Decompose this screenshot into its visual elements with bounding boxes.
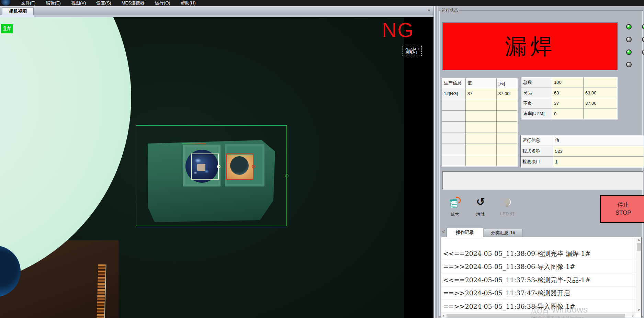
roi-defect-frame <box>226 154 253 180</box>
menu-view[interactable]: 视图(V) <box>66 0 91 6</box>
stop-label-cn: 停止 <box>618 201 629 209</box>
table-cell-empty <box>497 133 517 144</box>
panel-splitter[interactable] <box>433 6 438 318</box>
table-cell-empty <box>466 122 496 132</box>
panel-title: 运行状态 <box>441 8 459 13</box>
tab-scroll-left-icon[interactable]: ◁ <box>441 229 446 234</box>
roi-die-frame-notch <box>217 165 221 168</box>
table-cell-empty <box>466 155 496 166</box>
stop-label-en: STOP <box>615 209 631 217</box>
app-logo-icon[interactable] <box>1 0 11 6</box>
led-light-label: LED 灯 <box>500 211 515 217</box>
station-badge: 1# <box>1 24 13 33</box>
column-header: [%] <box>497 78 517 88</box>
windows-activation-watermark: 激活 Windows <box>531 304 588 316</box>
chevron-down-icon[interactable]: ▼ <box>426 8 432 13</box>
table-cell: 程式名称 <box>521 146 553 156</box>
table-cell: 63 <box>552 88 583 98</box>
menu-items: 文件(F) 编辑(E) 视图(V) 设置(S) MES连接器 运行(O) 帮助(… <box>16 0 201 6</box>
table-cell-empty <box>466 144 496 155</box>
led-light-button[interactable]: LED 灯 <box>497 197 518 220</box>
clear-button[interactable]: ↺ 清除 <box>471 197 490 220</box>
stop-button[interactable]: 停止 STOP <box>600 195 644 223</box>
table-cell: 1 <box>553 157 644 167</box>
log-entry[interactable]: ==>>2024-05-05_11:38:06-导入图像-1# <box>441 260 638 273</box>
menu-edit[interactable]: 编辑(E) <box>41 0 66 6</box>
production-info-table: 生产信息 值 [%] 1#[NG] 37 37.00 <box>442 78 517 166</box>
table-cell: 37 <box>466 88 496 99</box>
login-label: 登录 <box>450 211 459 217</box>
login-button[interactable]: 登录 <box>445 197 464 220</box>
status-banner: 漏焊 <box>442 22 618 70</box>
led-indicator-left-3 <box>626 49 632 55</box>
table-cell-empty <box>466 99 496 110</box>
log-entry[interactable]: <<==2024-05-05_11:38:09-检测完毕-漏焊-1# <box>441 247 638 260</box>
menu-run[interactable]: 运行(O) <box>150 0 176 6</box>
menu-mes-connector[interactable]: MES连接器 <box>116 0 150 6</box>
table-cell: 523 <box>553 146 644 156</box>
log-column-divider <box>634 237 634 313</box>
table-cell-empty <box>584 109 617 119</box>
column-header: 生产信息 <box>442 78 465 88</box>
tab-classification-summary[interactable]: 分类汇总-1# <box>484 229 522 237</box>
table-cell-empty <box>497 144 517 155</box>
roi-die-frame <box>191 154 219 180</box>
led-indicator-left-1 <box>626 24 632 30</box>
table-cell: 检测项目 <box>521 157 553 167</box>
table-cell-empty <box>497 111 517 121</box>
table-cell: 不良 <box>521 98 552 109</box>
tab-camera-view[interactable]: 相机视图 <box>2 7 34 15</box>
led-indicator-left-2 <box>626 37 632 42</box>
table-cell-empty <box>442 133 465 144</box>
roi-detection-frame-notch <box>285 174 289 178</box>
statistics-table: 总数 100 良品 63 63.00 不良 37 37.00 速率[UPM] 0 <box>521 77 617 119</box>
menu-settings[interactable]: 设置(S) <box>91 0 116 6</box>
table-cell: 63.00 <box>584 88 617 98</box>
table-cell-empty <box>442 122 465 132</box>
camera-view[interactable]: 1# NG 漏焊 <box>0 17 433 318</box>
app-window: 文件(F) 编辑(E) 视图(V) 设置(S) MES连接器 运行(O) 帮助(… <box>0 0 644 318</box>
camera-black-margin <box>404 17 433 318</box>
table-cell-empty <box>497 155 517 166</box>
table-cell-empty <box>442 155 465 166</box>
table-cell-empty <box>466 111 496 121</box>
menu-bar: 文件(F) 编辑(E) 视图(V) 设置(S) MES连接器 运行(O) 帮助(… <box>0 0 644 6</box>
table-cell: 37 <box>552 98 583 109</box>
menu-help[interactable]: 帮助(H) <box>176 0 201 6</box>
run-status-panel: 运行状态 漏焊 生产信息 值 [%] 1#[NG] 37 37.00 <box>438 6 644 318</box>
camera-copper-traces <box>96 264 106 318</box>
defect-label-tag: 漏焊 <box>403 46 422 56</box>
camera-tab-strip: 相机视图 ▼ <box>0 6 433 15</box>
column-header: 值 <box>466 78 496 88</box>
scroll-left-icon[interactable]: ‹ <box>441 313 446 318</box>
table-cell: 速率[UPM] <box>521 109 552 119</box>
scroll-up-icon[interactable]: ∧ <box>636 237 642 242</box>
column-header: 运行信息 <box>521 135 553 146</box>
table-cell: 0 <box>552 109 583 119</box>
table-cell <box>584 77 617 88</box>
bulb-shape <box>504 198 510 205</box>
vertical-scrollbar[interactable]: ∧ ∨ <box>636 237 641 313</box>
column-header: 值 <box>553 135 644 146</box>
clear-refresh-icon: ↺ <box>474 197 487 209</box>
vertical-scrollbar-thumb[interactable] <box>637 243 641 251</box>
led-indicator-left-4 <box>626 62 632 67</box>
roi-defect-frame-notch <box>252 165 255 168</box>
menu-file[interactable]: 文件(F) <box>16 0 41 6</box>
message-box <box>442 171 643 190</box>
log-entry[interactable]: ==>>2024-05-05_11:37:47-检测器开启 <box>441 286 638 299</box>
table-cell: 1#[NG] <box>442 88 465 99</box>
table-cell-empty <box>497 122 517 132</box>
tab-operation-log[interactable]: 操作记录 <box>447 228 483 237</box>
log-entry[interactable]: <<==2024-05-05_11:37:53-检测完毕-良品-1# <box>441 273 638 286</box>
scroll-down-icon[interactable]: ∨ <box>636 307 642 313</box>
table-cell-empty <box>442 111 465 121</box>
led-bulb-icon <box>501 197 513 209</box>
table-cell-empty <box>466 133 496 144</box>
table-cell: 100 <box>552 77 583 88</box>
refresh-glyph: ↺ <box>474 196 487 208</box>
table-cell: 总数 <box>521 77 552 88</box>
table-cell-empty <box>497 99 517 110</box>
scroll-right-icon[interactable]: › <box>630 313 635 318</box>
run-info-table: 运行信息 值 程式名称 523 检测项目 1 <box>520 135 644 167</box>
